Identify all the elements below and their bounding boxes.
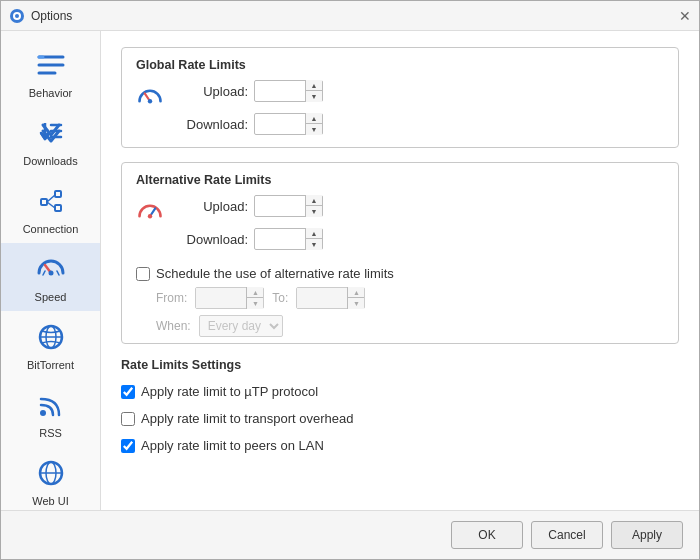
sidebar-label-downloads: Downloads xyxy=(23,155,77,167)
utp-checkbox-row: Apply rate limit to µTP protocol xyxy=(121,384,679,399)
sidebar-item-webui[interactable]: Web UI xyxy=(1,447,100,510)
sidebar-label-speed: Speed xyxy=(35,291,67,303)
titlebar-left: Options xyxy=(9,8,72,24)
to-time-input: 20:00 xyxy=(297,288,347,308)
from-up: ▲ xyxy=(247,287,263,298)
global-upload-spinbox[interactable]: ∞ ▲ ▼ xyxy=(254,80,323,102)
global-download-label: Download: xyxy=(178,117,248,132)
sidebar-label-bittorrent: BitTorrent xyxy=(27,359,74,371)
ok-button[interactable]: OK xyxy=(451,521,523,549)
alt-upload-arrows: ▲ ▼ xyxy=(305,195,322,217)
global-download-input[interactable]: ∞ xyxy=(255,114,305,134)
sidebar-item-downloads[interactable]: Downloads xyxy=(1,107,100,175)
svg-line-14 xyxy=(47,202,55,208)
speed-icon xyxy=(33,251,69,287)
downloads-icon xyxy=(33,115,69,151)
from-label: From: xyxy=(156,291,187,305)
alt-upload-down[interactable]: ▼ xyxy=(306,206,322,217)
transport-checkbox-row: Apply rate limit to transport overhead xyxy=(121,411,679,426)
bittorrent-icon xyxy=(33,319,69,355)
rate-limits-checkboxes: Apply rate limit to µTP protocol Apply r… xyxy=(121,380,679,463)
global-upload-input[interactable]: ∞ xyxy=(255,81,305,101)
utp-checkbox[interactable] xyxy=(121,385,135,399)
alt-upload-input[interactable]: ∞ xyxy=(255,196,305,216)
svg-line-17 xyxy=(57,271,59,275)
schedule-checkbox-row: Schedule the use of alternative rate lim… xyxy=(136,266,664,281)
svg-rect-12 xyxy=(55,205,61,211)
main-content: Behavior Down xyxy=(1,31,699,510)
sidebar-item-bittorrent[interactable]: BitTorrent xyxy=(1,311,100,379)
sidebar-item-behavior[interactable]: Behavior xyxy=(1,39,100,107)
lan-label[interactable]: Apply rate limit to peers on LAN xyxy=(141,438,324,453)
global-rate-limits-title: Global Rate Limits xyxy=(136,58,664,72)
sidebar-label-webui: Web UI xyxy=(32,495,68,507)
global-download-arrows: ▲ ▼ xyxy=(305,113,322,135)
svg-point-27 xyxy=(148,214,152,218)
connection-icon xyxy=(33,183,69,219)
global-rate-icon xyxy=(136,82,164,110)
footer: OK Cancel Apply xyxy=(1,510,699,559)
svg-point-2 xyxy=(15,14,19,18)
alt-rate-icon xyxy=(136,197,164,225)
alt-download-row: Download: ∞ ▲ ▼ xyxy=(178,228,323,250)
to-down: ▼ xyxy=(348,298,364,309)
utp-label[interactable]: Apply rate limit to µTP protocol xyxy=(141,384,318,399)
sidebar-item-rss[interactable]: RSS xyxy=(1,379,100,447)
when-select: Every day xyxy=(199,315,283,337)
app-icon xyxy=(9,8,25,24)
options-window: Options ✕ Behavior xyxy=(0,0,700,560)
alt-upload-spinbox[interactable]: ∞ ▲ ▼ xyxy=(254,195,323,217)
svg-line-13 xyxy=(47,195,55,202)
schedule-when-row: When: Every day xyxy=(156,315,664,337)
content-area: Global Rate Limits Upload: xyxy=(101,31,699,510)
global-download-spinbox[interactable]: ∞ ▲ ▼ xyxy=(254,113,323,135)
alt-upload-row: Upload: ∞ ▲ ▼ xyxy=(178,195,323,217)
alt-download-input[interactable]: ∞ xyxy=(255,229,305,249)
alt-upload-up[interactable]: ▲ xyxy=(306,195,322,206)
titlebar: Options ✕ xyxy=(1,1,699,31)
svg-point-15 xyxy=(48,271,53,276)
alt-download-arrows: ▲ ▼ xyxy=(305,228,322,250)
alt-rate-limits-title: Alternative Rate Limits xyxy=(136,173,664,187)
schedule-checkbox[interactable] xyxy=(136,267,150,281)
schedule-checkbox-label[interactable]: Schedule the use of alternative rate lim… xyxy=(156,266,394,281)
global-upload-up[interactable]: ▲ xyxy=(306,80,322,91)
sidebar-label-connection: Connection xyxy=(23,223,79,235)
global-rate-fields: Upload: ∞ ▲ ▼ Download: xyxy=(174,80,323,141)
apply-button[interactable]: Apply xyxy=(611,521,683,549)
global-upload-arrows: ▲ ▼ xyxy=(305,80,322,102)
svg-rect-10 xyxy=(41,199,47,205)
schedule-sub-options: From: 08:00 ▲ ▼ To: 20:00 ▲ xyxy=(136,287,664,337)
from-time-input: 08:00 xyxy=(196,288,246,308)
svg-rect-11 xyxy=(55,191,61,197)
global-download-up[interactable]: ▲ xyxy=(306,113,322,124)
to-time-spinbox: 20:00 ▲ ▼ xyxy=(296,287,365,309)
global-upload-down[interactable]: ▼ xyxy=(306,91,322,102)
cancel-button[interactable]: Cancel xyxy=(531,521,603,549)
alt-download-down[interactable]: ▼ xyxy=(306,239,322,250)
close-button[interactable]: ✕ xyxy=(679,9,691,23)
window-title: Options xyxy=(31,9,72,23)
lan-checkbox[interactable] xyxy=(121,439,135,453)
alt-download-spinbox[interactable]: ∞ ▲ ▼ xyxy=(254,228,323,250)
alt-rate-limits-section: Alternative Rate Limits Upload: xyxy=(121,162,679,344)
alt-rate-fields: Upload: ∞ ▲ ▼ Download: xyxy=(174,195,323,256)
behavior-icon xyxy=(33,47,69,83)
global-download-row: Download: ∞ ▲ ▼ xyxy=(178,113,323,135)
alt-upload-label: Upload: xyxy=(178,199,248,214)
when-label: When: xyxy=(156,319,191,333)
from-time-spinbox: 08:00 ▲ ▼ xyxy=(195,287,264,309)
to-label: To: xyxy=(272,291,288,305)
global-download-down[interactable]: ▼ xyxy=(306,124,322,135)
sidebar-item-connection[interactable]: Connection xyxy=(1,175,100,243)
from-arrows: ▲ ▼ xyxy=(246,287,263,309)
sidebar-item-speed[interactable]: Speed xyxy=(1,243,100,311)
sidebar-label-behavior: Behavior xyxy=(29,87,72,99)
transport-label[interactable]: Apply rate limit to transport overhead xyxy=(141,411,353,426)
alt-download-up[interactable]: ▲ xyxy=(306,228,322,239)
lan-checkbox-row: Apply rate limit to peers on LAN xyxy=(121,438,679,453)
transport-checkbox[interactable] xyxy=(121,412,135,426)
from-down: ▼ xyxy=(247,298,263,309)
alt-download-label: Download: xyxy=(178,232,248,247)
svg-line-16 xyxy=(43,271,45,275)
